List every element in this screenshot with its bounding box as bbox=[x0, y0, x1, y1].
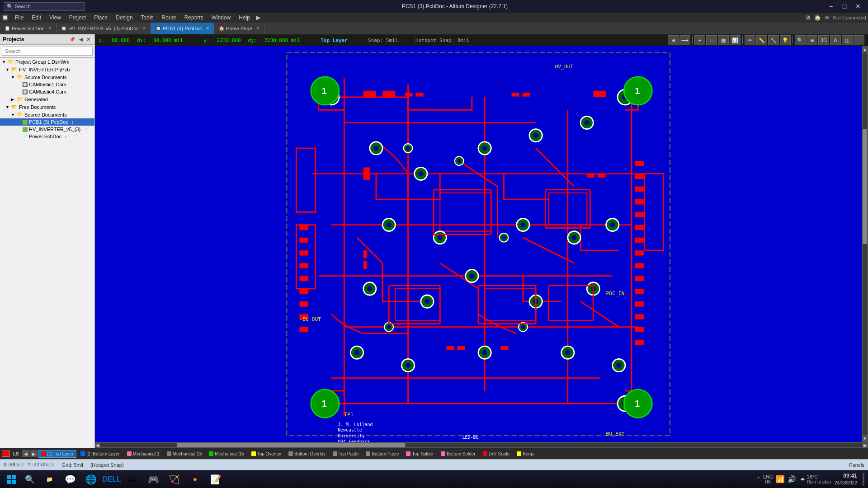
bottom-scrollbar[interactable]: ◀ ▶ bbox=[95, 442, 868, 448]
toolbar-more[interactable]: ⋯ bbox=[854, 35, 864, 45]
layer-tab-mech13[interactable]: Mechanical 13 bbox=[164, 450, 205, 458]
mech1-color bbox=[127, 451, 132, 456]
tree-free-docs[interactable]: ▼ 📂 Free Documents bbox=[0, 103, 94, 111]
layer-tab-bottom-overlay[interactable]: Bottom Overlay bbox=[285, 450, 329, 458]
toolbar-edit[interactable]: ✏ bbox=[745, 35, 755, 45]
taskbar-browser[interactable]: 🌐 bbox=[81, 471, 100, 488]
menu-edit[interactable]: Edit bbox=[28, 14, 45, 22]
tree-source-docs-2[interactable]: ▼ 📁 Source Documents bbox=[0, 111, 94, 118]
menu-reports[interactable]: Reports bbox=[181, 14, 207, 22]
layer-tab-mech1[interactable]: Mechanical 1 bbox=[124, 450, 163, 458]
panel-search-input[interactable] bbox=[2, 47, 93, 56]
panel-close-icon[interactable]: ✕ bbox=[85, 37, 92, 42]
layer-tab-bottom-paste[interactable]: Bottom Paste bbox=[363, 450, 402, 458]
menu-view[interactable]: View bbox=[46, 14, 65, 22]
maximize-button[interactable]: □ bbox=[838, 0, 851, 13]
layer-tab-mech15[interactable]: Mechanical 15 bbox=[206, 450, 247, 458]
tree-source-docs-1[interactable]: ▼ 📁 Source Documents bbox=[0, 73, 94, 81]
layer-tab-bottom-solder[interactable]: Bottom Solder bbox=[438, 450, 478, 458]
toolbar-select[interactable]: + bbox=[694, 35, 705, 45]
toolbar-bar[interactable]: ▦ bbox=[718, 35, 729, 45]
right-scrollbar[interactable]: ▲ ▼ bbox=[862, 46, 868, 442]
taskbar-app2[interactable]: 🏹 bbox=[165, 471, 184, 488]
tab-pcb1-close[interactable]: ✕ bbox=[206, 26, 209, 31]
panels-button[interactable]: Panels bbox=[849, 462, 864, 468]
toolbar-filter[interactable]: ⊞ bbox=[668, 35, 679, 45]
toolbar-rect[interactable]: □ bbox=[706, 35, 717, 45]
tab-home[interactable]: 🏠 Home Page ✕ bbox=[214, 23, 264, 34]
toolbar-measure[interactable]: 🔧 bbox=[768, 35, 779, 45]
toolbar-zoom[interactable]: 🔍 bbox=[795, 35, 806, 45]
layer-tab-drill-guide[interactable]: Drill Guide bbox=[480, 450, 513, 458]
tree-generated[interactable]: ▶ 📁 Generated bbox=[0, 95, 94, 103]
menu-project[interactable]: Project bbox=[66, 14, 90, 22]
tree-hv-inverter-prj[interactable]: ▼ 📂 HV_INVERTER.PrjPcb bbox=[0, 66, 94, 73]
menu-extra-icon[interactable]: ▶ bbox=[256, 14, 260, 21]
layer-tab-top[interactable]: [1] Top Layer bbox=[38, 450, 77, 458]
layer-tab-bottom[interactable]: [2] Bottom Layer bbox=[77, 450, 123, 458]
taskbar-files[interactable]: 🗂 bbox=[123, 471, 142, 488]
taskbar-app3[interactable]: 🔸 bbox=[185, 471, 204, 488]
toolbar-text[interactable]: A bbox=[830, 35, 841, 45]
taskbar-search-button[interactable]: 🔍 bbox=[22, 471, 38, 488]
wifi-icon[interactable]: 📶 bbox=[776, 475, 785, 483]
panel-left-icon[interactable]: ◀ bbox=[78, 37, 84, 42]
toolbar-ruler[interactable]: 📏 bbox=[756, 35, 767, 45]
tab-hv-pcb-close[interactable]: ✕ bbox=[142, 26, 146, 31]
taskbar-word[interactable]: 📝 bbox=[206, 471, 225, 488]
menu-route[interactable]: Route bbox=[158, 14, 180, 22]
tab-hv-pcb[interactable]: 🔲 HV_INVERTER_v5_(3).PcbDoc ✕ bbox=[57, 23, 151, 34]
layer-ls-button[interactable]: LS bbox=[11, 450, 21, 458]
taskbar-app1[interactable]: 🎮 bbox=[144, 471, 163, 488]
scroll-right-arrow[interactable]: ▶ bbox=[863, 443, 867, 448]
toolbar-snap[interactable]: ◫ bbox=[842, 35, 853, 45]
menu-file[interactable]: File bbox=[11, 14, 27, 22]
tray-chevron[interactable]: ⌃ bbox=[756, 476, 760, 482]
scroll-thumb[interactable] bbox=[863, 129, 867, 244]
menu-window[interactable]: Window bbox=[208, 14, 235, 22]
close-button[interactable]: ✕ bbox=[852, 0, 864, 13]
tree-hv-inverter-v5[interactable]: ▶ 🟩 HV_INVERTER_v5_(3). ↑ bbox=[0, 126, 94, 133]
clock[interactable]: 09:41 24/08/2022 bbox=[835, 473, 857, 486]
toolbar-route[interactable]: ⟶ bbox=[679, 35, 690, 45]
dx-value: 80.000 mil bbox=[153, 38, 183, 43]
title-search[interactable]: 🔍 Search bbox=[4, 2, 85, 11]
tree-hv-inverter-v5-label: HV_INVERTER_v5_(3). bbox=[29, 127, 82, 132]
layer-tab-top-paste[interactable]: Top Paste bbox=[330, 450, 362, 458]
toolbar-chart[interactable]: 📊 bbox=[730, 35, 741, 45]
show-desktop-button[interactable] bbox=[863, 473, 864, 486]
menu-tools[interactable]: Tools bbox=[137, 14, 157, 22]
layer-tab-top-solder[interactable]: Top Solder bbox=[403, 450, 437, 458]
tab-home-close[interactable]: ✕ bbox=[256, 26, 259, 31]
layer-prev-button[interactable]: ◀ bbox=[22, 450, 29, 457]
tree-power-schdoc[interactable]: ▶ 📄 Power.SchDoc ↑ bbox=[0, 133, 94, 140]
tree-camtastic4[interactable]: ▶ 🔲 CAMtastic4.Cam bbox=[0, 88, 94, 95]
scroll-left-arrow[interactable]: ◀ bbox=[96, 443, 99, 448]
tree-camtastic1[interactable]: ▶ 🔲 CAMtastic1.Cam bbox=[0, 81, 94, 88]
layer-tab-top-overlay[interactable]: Top Overlay bbox=[248, 450, 284, 458]
tab-power[interactable]: 📋 Power.SchDoc ✕ bbox=[0, 23, 57, 34]
layer-next-button[interactable]: ▶ bbox=[30, 450, 38, 457]
scroll-up-arrow[interactable]: ▲ bbox=[863, 47, 867, 52]
menu-help[interactable]: Help bbox=[235, 14, 254, 22]
tree-project-group[interactable]: ▼ 📁 Project Group 1.DsnWrk bbox=[0, 58, 94, 66]
toolbar-highlight[interactable]: 💡 bbox=[780, 35, 791, 45]
menu-place[interactable]: Place bbox=[90, 14, 111, 22]
start-button[interactable] bbox=[4, 471, 20, 488]
layer-tab-keep[interactable]: Keep- bbox=[514, 450, 538, 458]
scroll-down-arrow[interactable]: ▼ bbox=[863, 436, 867, 441]
tree-pcb1[interactable]: ▶ 🟩 PCB1 (3).PcbDoc ↑ bbox=[0, 118, 94, 126]
tab-power-close[interactable]: ✕ bbox=[48, 26, 52, 31]
taskbar-dell[interactable]: DELL bbox=[102, 471, 121, 488]
taskbar-chat[interactable]: 💬 bbox=[61, 471, 80, 488]
tab-pcb1[interactable]: 🔲 PCB1 (3).PcbDoc ✕ bbox=[151, 23, 214, 34]
toolbar-3d[interactable]: 3D bbox=[818, 35, 829, 45]
toolbar-zoom-in[interactable]: ⊕ bbox=[807, 35, 817, 45]
horizontal-scroll-thumb[interactable] bbox=[177, 443, 406, 447]
minimize-button[interactable]: − bbox=[825, 0, 837, 13]
menu-design[interactable]: Design bbox=[112, 14, 136, 22]
taskbar-fileexplorer[interactable]: 📁 bbox=[40, 471, 59, 488]
panel-pin-icon[interactable]: 📌 bbox=[68, 37, 77, 42]
sound-icon[interactable]: 🔊 bbox=[788, 475, 797, 483]
pcb-canvas[interactable]: TP1 HV_OUT -BU_OUT BU_EXT PDC_IN 1 1 bbox=[95, 46, 862, 442]
